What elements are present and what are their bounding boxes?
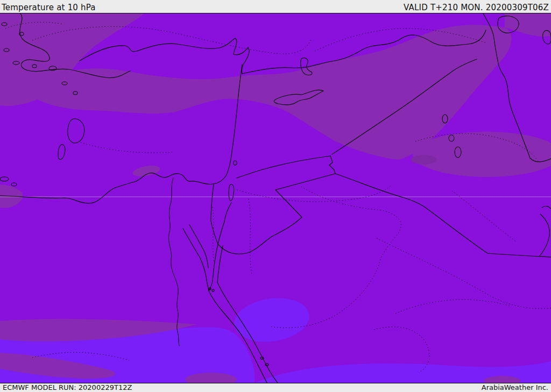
valid-time-label: VALID T+210 MON. 20200309T06Z	[404, 3, 549, 12]
map-title: Temperature at 10 hPa	[2, 3, 96, 12]
footer-bar: ECMWF MODEL RUN: 20200229T12Z ArabiaWeat…	[0, 383, 551, 392]
temperature-map	[0, 13, 551, 383]
model-run-label: ECMWF MODEL RUN: 20200229T12Z	[3, 383, 132, 391]
map-canvas	[0, 13, 551, 383]
shade-iraq-core	[411, 155, 437, 165]
header-bar: Temperature at 10 hPa VALID T+210 MON. 2…	[0, 0, 551, 13]
weather-map-app: Temperature at 10 hPa VALID T+210 MON. 2…	[0, 0, 551, 392]
attribution-label: ArabiaWeather Inc.	[482, 383, 548, 391]
